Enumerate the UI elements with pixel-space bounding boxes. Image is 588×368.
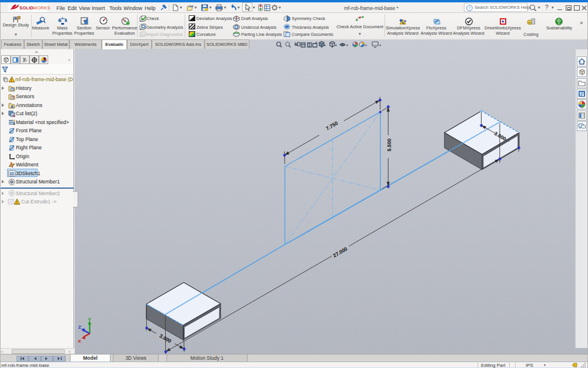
svg-text:▾: ▾ (379, 44, 381, 47)
svg-text:7.750: 7.750 (325, 120, 339, 132)
svg-text:27.000: 27.000 (332, 246, 348, 259)
svg-text:X: X (78, 339, 82, 344)
svg-text:3D: 3D (9, 171, 15, 175)
svg-text:!: ! (11, 78, 12, 82)
svg-text:A: A (11, 103, 14, 109)
svg-text:▾: ▾ (346, 44, 348, 47)
svg-text:?: ? (468, 6, 470, 10)
svg-text:5.500: 5.500 (386, 138, 392, 151)
svg-text:▾: ▾ (335, 44, 337, 47)
svg-text:▾: ▾ (324, 44, 326, 47)
svg-text:WORKS: WORKS (33, 5, 50, 11)
svg-text:!: ! (16, 200, 18, 204)
svg-text:▾: ▾ (365, 44, 367, 47)
svg-text:SOLID: SOLID (19, 5, 34, 11)
svg-text:Z: Z (78, 324, 81, 330)
